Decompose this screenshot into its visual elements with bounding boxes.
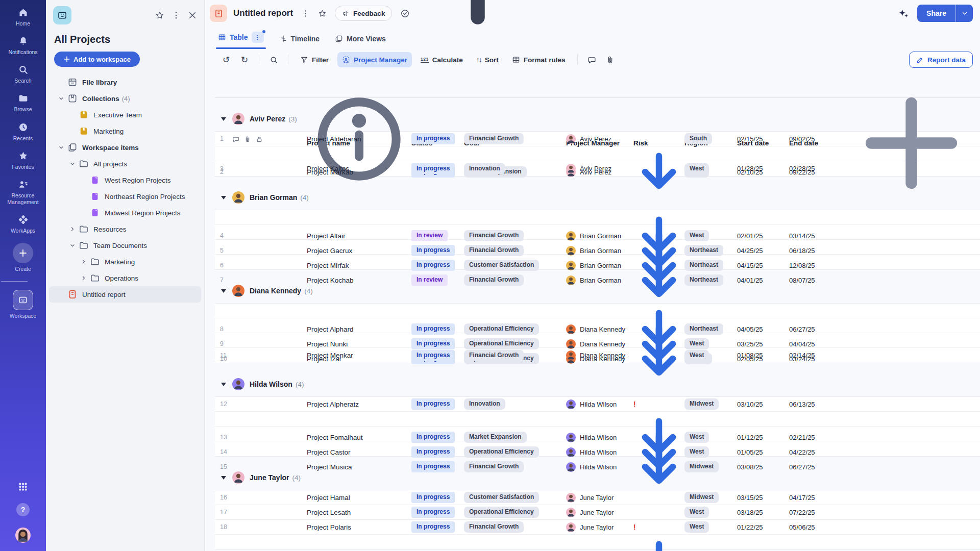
cell-status[interactable]: In progress: [411, 432, 464, 443]
group-header[interactable]: Diana Kennedy(4): [215, 283, 980, 298]
cell-start-date[interactable]: 03/08/25: [737, 463, 789, 471]
cell-end-date[interactable]: 04/17/25: [789, 494, 843, 502]
cell-goal[interactable]: Customer Satisfaction: [464, 260, 566, 271]
cell-project-manager[interactable]: Hilda Wilson: [566, 462, 633, 472]
collapse-triangle-icon[interactable]: [221, 117, 226, 121]
row-number[interactable]: 18: [215, 523, 307, 531]
row-number[interactable]: 12: [215, 400, 307, 408]
table-tab-menu-icon[interactable]: [252, 32, 264, 43]
cell-start-date[interactable]: 03/15/25: [737, 494, 789, 502]
share-button[interactable]: Share: [917, 5, 973, 22]
cell-region[interactable]: West: [684, 507, 737, 518]
sidebar-item-team-documents[interactable]: Team Documents: [49, 237, 201, 254]
cell-end-date[interactable]: 05/06/25: [789, 523, 843, 531]
cell-end-date[interactable]: 06/27/25: [789, 325, 843, 333]
cell-project-manager[interactable]: Diana Kennedy: [566, 350, 633, 360]
undo-icon[interactable]: ↺: [219, 53, 233, 67]
cell-start-date[interactable]: 04/05/25: [737, 325, 789, 333]
column-header-risk[interactable]: Risk: [633, 139, 684, 147]
cell-end-date[interactable]: 02/14/25: [789, 352, 843, 359]
cell-region[interactable]: West: [684, 350, 737, 361]
cell-region[interactable]: West: [684, 163, 737, 174]
sidebar-item-northeast-region-projects[interactable]: Northeast Region Projects: [49, 188, 201, 205]
cell-goal[interactable]: Operational Efficiency: [464, 446, 566, 458]
cell-end-date[interactable]: 12/08/25: [789, 262, 843, 269]
cell-start-date[interactable]: 02/15/25: [737, 135, 789, 143]
cell-risk[interactable]: [633, 255, 684, 306]
cell-project-name[interactable]: Project Castor: [307, 448, 411, 456]
group-header[interactable]: June Taylor(4): [215, 470, 980, 485]
cell-goal[interactable]: Financial Growth: [464, 133, 566, 144]
cell-project-name[interactable]: Project Alphard: [307, 325, 411, 333]
cell-end-date[interactable]: 04/22/25: [789, 448, 843, 456]
cell-region[interactable]: Northeast: [684, 245, 737, 256]
row-number[interactable]: 4: [215, 232, 307, 239]
cell-project-manager[interactable]: Brian Gorman: [566, 246, 633, 256]
chevron-right-icon[interactable]: [66, 226, 79, 233]
cell-end-date[interactable]: 08/07/25: [789, 277, 843, 284]
sidebar-item-marketing[interactable]: Marketing: [49, 123, 201, 139]
cell-region[interactable]: West: [684, 432, 737, 443]
collapse-triangle-icon[interactable]: [221, 196, 226, 199]
rail-item-workspace[interactable]: Workspace: [1, 290, 45, 319]
add-view-button[interactable]: [401, 0, 554, 49]
cell-project-manager[interactable]: Diana Kennedy: [566, 339, 633, 349]
chevron-down-icon[interactable]: [66, 160, 79, 167]
cell-risk[interactable]: [633, 146, 684, 197]
cell-status[interactable]: In progress: [411, 507, 464, 518]
comments-icon[interactable]: [585, 53, 599, 67]
sidebar-item-executive-team[interactable]: Executive Team: [49, 107, 201, 123]
cell-risk[interactable]: !: [633, 399, 684, 409]
cell-end-date[interactable]: 02/21/25: [789, 434, 843, 441]
cell-status[interactable]: In progress: [411, 521, 464, 533]
cell-goal[interactable]: Customer Satisfaction: [464, 492, 566, 503]
cell-start-date[interactable]: 01/08/25: [737, 352, 789, 359]
cell-goal[interactable]: Financial Growth: [464, 245, 566, 256]
row-number[interactable]: 3: [215, 165, 307, 172]
cell-goal[interactable]: Financial Growth: [464, 230, 566, 241]
cell-goal[interactable]: Financial Growth: [464, 461, 566, 472]
cell-project-name[interactable]: Project Gacrux: [307, 247, 411, 255]
user-avatar[interactable]: [15, 528, 31, 543]
cell-project-name[interactable]: Project Nunki: [307, 340, 411, 348]
cell-project-name[interactable]: Project Polaris: [307, 523, 411, 531]
filter-button[interactable]: Filter: [296, 52, 333, 67]
rail-item-notifications[interactable]: Notifications: [1, 36, 45, 56]
cell-project-name[interactable]: Project Fomalhaut: [307, 434, 411, 441]
cell-region[interactable]: West: [684, 230, 737, 241]
cell-start-date[interactable]: 01/22/25: [737, 523, 789, 531]
cell-region[interactable]: Northeast: [684, 260, 737, 271]
sidebar-item-file-library[interactable]: File library: [49, 74, 201, 90]
cell-status[interactable]: In progress: [411, 446, 464, 458]
cell-project-name[interactable]: Project Aldebaran: [307, 135, 411, 143]
sidebar-item-marketing[interactable]: Marketing: [49, 254, 201, 270]
cell-goal[interactable]: Financial Growth: [464, 350, 566, 361]
cell-project-manager[interactable]: Diana Kennedy: [566, 324, 633, 334]
format-rules-button[interactable]: Format rules: [507, 52, 570, 67]
chevron-right-icon[interactable]: [78, 274, 90, 282]
cell-risk[interactable]: [633, 333, 684, 384]
cell-start-date[interactable]: 03/10/25: [737, 400, 789, 408]
cell-status[interactable]: In progress: [411, 350, 464, 361]
tab-more-views[interactable]: More Views: [335, 35, 386, 49]
rail-item-browse[interactable]: Browse: [1, 93, 45, 113]
rail-item-create[interactable]: Create: [1, 243, 45, 272]
workspace-badge-icon[interactable]: [53, 6, 71, 24]
cell-project-name[interactable]: Project Hamal: [307, 494, 411, 502]
chevron-down-icon[interactable]: [66, 242, 79, 249]
share-chevron-down-icon[interactable]: [955, 5, 973, 22]
cell-project-name[interactable]: Project Alpheratz: [307, 400, 411, 408]
chevron-down-icon[interactable]: [55, 95, 67, 102]
sidebar-item-untitled-report[interactable]: Untitled report: [49, 286, 201, 303]
cell-goal[interactable]: Market Expansion: [464, 432, 566, 443]
cell-goal[interactable]: Innovation: [464, 398, 566, 410]
cell-start-date[interactable]: 01/28/25: [737, 165, 789, 172]
cell-project-manager[interactable]: June Taylor: [566, 522, 633, 532]
share-label[interactable]: Share: [917, 5, 955, 22]
sidebar-item-west-region-projects[interactable]: West Region Projects: [49, 172, 201, 188]
cell-region[interactable]: West: [684, 521, 737, 533]
cell-risk[interactable]: !: [633, 522, 684, 532]
cell-status[interactable]: In progress: [411, 260, 464, 271]
cell-project-name[interactable]: Project Mirfak: [307, 262, 411, 269]
cell-project-manager[interactable]: Aviv Perez: [566, 134, 633, 144]
